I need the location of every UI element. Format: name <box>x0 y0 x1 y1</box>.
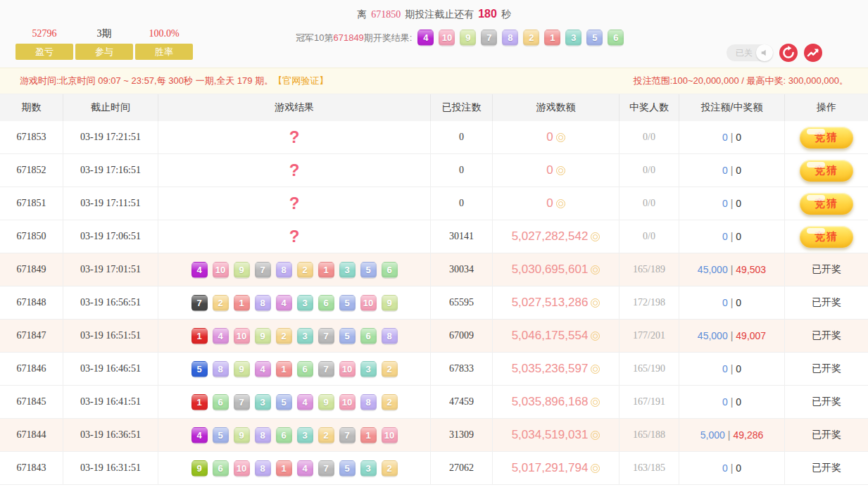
sound-toggle[interactable]: 已关 <box>727 44 773 61</box>
bets-count-cell: 67009 <box>431 320 493 352</box>
action-cell: 已开奖 <box>785 386 868 418</box>
result-ball-4: 4 <box>255 361 271 377</box>
result-ball-10: 10 <box>234 328 250 344</box>
notice-bar: 游戏时间:北京时间 09:07 ~ 23:57,每 300秒 一期,全天 179… <box>0 68 868 94</box>
deadline-cell: 03-19 16:51:51 <box>63 320 158 352</box>
amount-cell: 0 <box>493 154 619 187</box>
table-row: 67184303-19 16:31:5196108147532270625,01… <box>0 452 868 485</box>
sound-toggle-label: 已关 <box>736 47 753 59</box>
amount-cell: 5,046,175,554 <box>493 320 619 352</box>
result-ball-5: 5 <box>339 295 356 311</box>
refresh-icon[interactable] <box>779 44 798 62</box>
win-rate-button[interactable]: 胜率 <box>135 44 193 60</box>
action-cell: 竞猜 <box>785 220 868 253</box>
bet-button[interactable]: 竞猜 <box>800 193 853 215</box>
countdown-bar: 离 671850 期投注截止还有 180 秒 <box>0 0 868 21</box>
amount-value: 5,030,695,601 <box>512 263 589 277</box>
pending-question-mark: ? <box>289 160 300 180</box>
bet-win-cell: 0|0 <box>679 353 785 385</box>
profit-loss-value: 52796 <box>32 25 57 44</box>
winners-cell: 167/191 <box>619 386 679 418</box>
result-ball-9: 9 <box>460 30 476 46</box>
bet-win-separator: | <box>731 231 734 242</box>
table-body: 67185303-19 17:21:51?000/00|0竞猜67185203-… <box>0 121 868 485</box>
result-ball-10: 10 <box>439 30 455 46</box>
bets-count-cell: 65595 <box>431 286 493 319</box>
speaker-icon <box>760 49 769 57</box>
bet-button[interactable]: 竞猜 <box>800 127 853 149</box>
result-ball-6: 6 <box>608 30 624 46</box>
result-ball-5: 5 <box>586 30 603 46</box>
deadline-cell: 03-19 16:31:51 <box>63 452 158 484</box>
result-ball-6: 6 <box>318 295 334 311</box>
bet-win-cell: 0|0 <box>679 386 785 418</box>
win-amount: 0 <box>736 396 741 408</box>
result-ball-10: 10 <box>382 427 398 443</box>
bet-win-cell: 0|0 <box>679 187 785 220</box>
header-betwin: 投注额/中奖额 <box>679 94 785 121</box>
stat-profit-loss: 52796 盈亏 <box>15 25 73 60</box>
profit-loss-button[interactable]: 盈亏 <box>15 44 73 60</box>
drawn-label: 已开奖 <box>812 263 841 276</box>
bet-amount: 0 <box>722 462 728 474</box>
result-ball-8: 8 <box>360 394 377 410</box>
countdown-middle: 期投注截止还有 <box>405 8 474 21</box>
latest-result-period: 671849 <box>333 32 363 43</box>
amount-cell: 0 <box>493 187 619 220</box>
action-cell: 已开奖 <box>785 452 868 484</box>
amount-cell: 5,035,236,597 <box>493 353 619 385</box>
result-ball-1: 1 <box>544 30 560 46</box>
action-cell: 已开奖 <box>785 286 868 319</box>
result-ball-7: 7 <box>255 262 271 278</box>
deadline-cell: 03-19 17:16:51 <box>63 154 158 187</box>
amount-value: 5,046,175,554 <box>512 329 589 343</box>
table-row: 67184703-19 16:51:5114109237568670095,04… <box>0 320 868 353</box>
drawn-label: 已开奖 <box>812 429 841 441</box>
result-ball-5: 5 <box>360 262 377 278</box>
action-cell: 竞猜 <box>785 121 868 153</box>
win-rate-value: 100.0% <box>149 25 179 44</box>
result-ball-1: 1 <box>234 295 250 311</box>
result-ball-9: 9 <box>255 328 271 344</box>
amount-cell: 5,030,695,601 <box>493 253 619 286</box>
period-cell: 671843 <box>0 452 63 484</box>
participation-button[interactable]: 参与 <box>75 44 133 60</box>
result-ball-2: 2 <box>276 328 292 344</box>
period-cell: 671851 <box>0 187 63 220</box>
deadline-cell: 03-19 17:01:51 <box>63 253 158 286</box>
deadline-cell: 03-19 16:56:51 <box>63 286 158 319</box>
period-cell: 671845 <box>0 386 63 418</box>
period-cell: 671850 <box>0 220 63 253</box>
result-ball-7: 7 <box>191 295 208 311</box>
result-ball-9: 9 <box>234 427 250 443</box>
result-ball-10: 10 <box>339 361 356 377</box>
latest-result-label: 冠军10第671849期开奖结果: <box>296 32 412 44</box>
table-row: 67185203-19 17:16:51?000/00|0竞猜 <box>0 154 868 187</box>
bet-amount: 0 <box>722 165 728 176</box>
bet-amount: 0 <box>722 132 728 143</box>
bet-win-separator: | <box>728 429 731 441</box>
bet-win-cell: 0|0 <box>679 154 785 187</box>
stat-participation: 3期 参与 <box>75 25 133 60</box>
pending-question-mark: ? <box>289 127 300 147</box>
result-ball-8: 8 <box>255 460 271 477</box>
winners-cell: 0/0 <box>619 121 679 153</box>
game-time-text: 游戏时间:北京时间 09:07 ~ 23:57,每 300秒 一期,全天 179… <box>20 75 273 86</box>
trend-icon[interactable] <box>804 44 822 62</box>
result-ball-3: 3 <box>339 262 356 278</box>
deadline-cell: 03-19 16:41:51 <box>63 386 158 418</box>
deadline-cell: 03-19 16:36:51 <box>63 419 158 451</box>
bets-count-cell: 27062 <box>431 452 493 484</box>
result-ball-4: 4 <box>276 295 292 311</box>
bet-win-cell: 45,000|49,503 <box>679 253 785 286</box>
result-ball-5: 5 <box>339 328 356 344</box>
bet-button[interactable]: 竞猜 <box>800 160 853 182</box>
bet-amount: 0 <box>722 231 728 242</box>
period-cell: 671846 <box>0 353 63 385</box>
official-verify-link[interactable]: 【官网验证】 <box>273 75 328 86</box>
result-ball-7: 7 <box>318 328 334 344</box>
coin-icon <box>556 133 565 142</box>
bet-button[interactable]: 竞猜 <box>800 226 853 248</box>
latest-result-suffix: 期开奖结果: <box>364 32 413 43</box>
result-ball-4: 4 <box>297 460 313 477</box>
